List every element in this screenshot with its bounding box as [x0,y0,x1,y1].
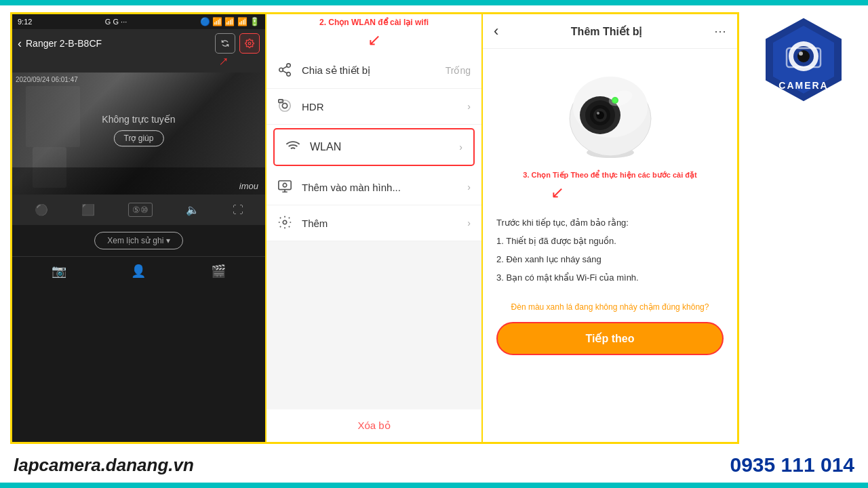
svg-point-29 [597,112,599,115]
phone-bottom: Xem lịch sử ghi ▾ [12,225,265,256]
device-title: Ranger 2-B-B8CF [26,38,102,49]
settings-item-homescreen[interactable]: Thêm vào màn hình... › [267,169,481,205]
svg-line-13 [283,66,287,69]
carrier-dots: ··· [121,18,127,26]
next-button[interactable]: Tiếp theo [496,322,724,355]
header-more-icon[interactable]: ⋯ [714,24,726,39]
add-device-panel: ‹ Thêm Thiết bị ⋯ [483,14,737,442]
delete-button[interactable]: Xóa bỏ [357,420,390,432]
svg-point-4 [797,50,810,62]
phone-bottom-nav: 📷 👤 🎬 [12,256,265,285]
record-icon[interactable]: ⚫ [35,203,48,216]
annotation-3: 3. Chọn Tiếp Theo để thực hiện các bước … [483,171,737,183]
carrier-g2: G [113,18,119,26]
phone-time: 9:12 [18,18,32,26]
settings-item-wlan[interactable]: WLAN › [273,128,475,166]
more-arrow: › [467,218,471,228]
carrier-g1: G [105,18,111,26]
back-arrow-icon[interactable]: ‹ [18,37,22,51]
camera-nav-icon[interactable]: 📷 [52,264,66,279]
camera-image-area [483,49,737,171]
wlan-arrow: › [459,142,462,152]
fullscreen-icon[interactable]: ⛶ [233,204,243,216]
more-settings-icon [277,215,294,231]
offline-text: Không trực tuyến [102,114,175,125]
homescreen-icon [277,179,294,195]
arrow-to-wlan: ↙ [267,30,481,53]
settings-bottom: Xóa bỏ [267,409,481,442]
history-button[interactable]: Xem lịch sử ghi ▾ [94,232,182,249]
phone-icons: 🔵 📶 📶 📶 🔋 [200,17,260,26]
refresh-btn[interactable] [215,33,235,54]
wifi-note: Đèn màu xanh lá đang không nháy chậm đún… [483,299,737,319]
svg-rect-17 [279,181,291,190]
hdr-arrow: › [467,101,471,112]
camera-brand: imou [239,181,258,191]
instruction-1: 1. Thiết bị đã được bật nguồn. [496,234,724,249]
svg-point-9 [287,64,291,68]
main-content: CAMERA 9:12 G G ··· 🔵 📶 📶 📶 🔋 [0,5,868,483]
annotation-2: 2. Chọn WLAN để cài lại wifi [267,14,481,30]
settings-item-more[interactable]: Thêm › [267,205,481,241]
svg-line-12 [283,70,287,73]
more-label: Thêm [302,218,459,229]
share-icon [277,62,294,79]
screenshot-icon[interactable]: ⬛ [81,203,95,216]
settings-panel: 2. Chọn WLAN để cài lại wifi ↙ Chia sẻ t… [267,14,483,442]
phone-carrier: G G ··· [105,18,127,26]
phone-screen-1: 9:12 G G ··· 🔵 📶 📶 📶 🔋 ‹ Ranger 2-B-B8CF [12,14,267,442]
settings-btn[interactable] [239,33,260,54]
instruction-2: 2. Đèn xanh lục nháy sáng [496,252,724,267]
video-nav-icon[interactable]: 🎬 [211,264,226,279]
history-btn-label: Xem lịch sử ghi [107,236,163,245]
volume-icon[interactable]: 🔈 [186,203,199,216]
settings-item-hdr[interactable]: HDR › [267,89,481,125]
person-nav-icon[interactable]: 👤 [131,264,146,279]
screenshots-container: 9:12 G G ··· 🔵 📶 📶 📶 🔋 ‹ Ranger 2-B-B8CF [10,12,739,444]
help-button[interactable]: Trợ giúp [114,130,164,146]
svg-point-8 [248,42,251,45]
wlan-icon [285,139,302,155]
svg-point-19 [283,220,287,224]
svg-text:CAMERA: CAMERA [778,80,828,91]
logo-area: CAMERA [749,9,858,110]
bottom-bar: lapcamera.danang.vn 0935 111 014 [0,447,868,483]
svg-point-10 [279,68,283,72]
svg-point-15 [279,100,291,112]
instruction-3: 3. Bạn có mật khẩu Wi-Fi của mình. [496,270,724,285]
instructions-box: Trước khi tiếp tục, đảm bảo rằng: 1. Thi… [483,205,737,299]
teal-border-bottom [0,483,868,488]
svg-point-14 [282,103,287,108]
settings-item-share[interactable]: Chia sẻ thiết bị Trống [267,53,481,89]
logo-svg: CAMERA [760,16,848,104]
wlan-label: WLAN [310,141,451,153]
svg-point-11 [287,73,291,77]
homescreen-arrow: › [467,182,471,192]
share-secondary: Trống [446,65,471,76]
arrow-to-next: ↙ [483,183,737,205]
teal-border-top [0,0,868,5]
camera-timestamp: 2020/09/24 06:01:47 [16,76,78,83]
hdr-label: HDR [302,101,459,113]
hdr-icon [277,98,294,115]
camera-feed: 2020/09/24 06:01:47 imou Không trực tuyế… [12,73,265,195]
add-device-title: Thêm Thiết bị [571,25,642,38]
phone-controls: ⚫ ⬛ ⑤⑩ 🔈 ⛶ [12,195,265,225]
homescreen-label: Thêm vào màn hình... [302,182,459,193]
phone-nav-left: ‹ Ranger 2-B-B8CF [18,37,102,51]
top-section: CAMERA 9:12 G G ··· 🔵 📶 📶 📶 🔋 [0,5,868,447]
phone-nav-icons [215,33,260,54]
playback-icon[interactable]: ⑤⑩ [128,203,153,217]
website-text: lapcamera.danang.vn [14,455,194,476]
add-device-header: ‹ Thêm Thiết bị ⋯ [483,14,737,49]
offline-status: Không trực tuyến Trợ giúp [102,114,175,146]
share-label: Chia sẻ thiết bị [302,64,437,77]
svg-point-18 [283,183,287,187]
instructions-title: Trước khi tiếp tục, đảm bảo rằng: [496,216,724,230]
add-device-back[interactable]: ‹ [494,22,498,40]
phone-status-bar: 9:12 G G ··· 🔵 📶 📶 📶 🔋 [12,14,265,29]
phone-number: 0935 111 014 [730,453,854,476]
camera-3d-illustration [542,54,678,166]
svg-point-5 [799,52,803,56]
